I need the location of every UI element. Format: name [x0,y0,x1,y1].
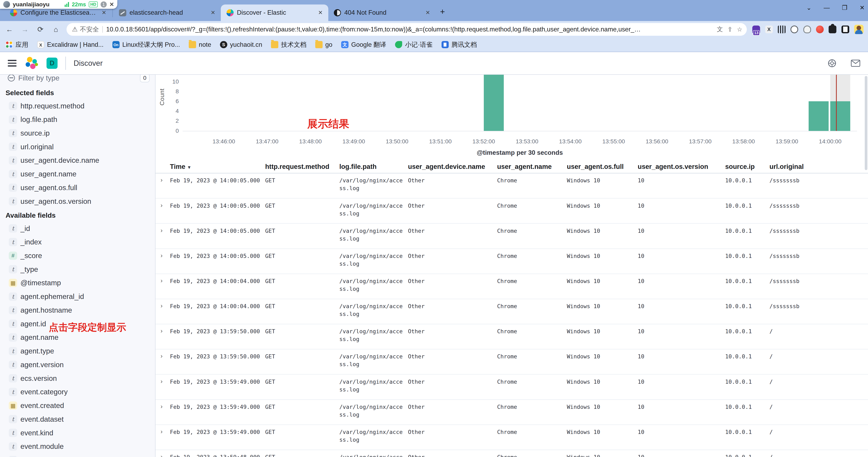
field-item[interactable]: log.file.path [0,113,155,126]
field-item[interactable]: agent.ephemeral_id [0,290,155,304]
field-item[interactable]: event.kind [0,426,155,440]
expand-row-icon[interactable]: › [161,378,170,385]
bookmark-item[interactable]: yuchaoit.cn [220,41,262,48]
histogram-bar[interactable] [484,75,504,131]
expand-row-icon[interactable]: › [161,177,170,183]
field-item[interactable]: event.dataset [0,412,155,426]
expand-row-icon[interactable]: › [161,252,170,259]
bookmark-item[interactable]: 技术文档 [271,40,307,49]
tab-404-not-found[interactable]: 404 Not Found ✕ [328,4,436,21]
space-avatar[interactable]: D [46,58,58,68]
field-item[interactable]: user_agent.os.full [0,181,155,195]
field-item[interactable]: url.original [0,140,155,153]
expand-row-icon[interactable]: › [161,353,170,360]
histogram-bar[interactable] [830,101,850,131]
bars-extension-icon[interactable] [778,26,785,33]
column-header[interactable]: user_agent.device.name [408,163,497,171]
field-item[interactable]: _index [0,235,155,249]
column-header[interactable]: http.request.method [265,163,339,171]
expand-row-icon[interactable]: › [161,277,170,284]
reload-icon[interactable]: ⟳ [35,25,45,33]
field-item[interactable]: _score [0,249,155,263]
home-icon[interactable]: ⌂ [51,25,61,33]
tab-close-icon[interactable]: ✕ [101,9,107,16]
expand-row-icon[interactable]: › [161,327,170,334]
field-item[interactable]: agent.type [0,344,155,358]
ghost-extension-icon[interactable]: 13 [752,26,760,33]
histogram-bar[interactable] [809,101,829,131]
field-item[interactable]: user_agent.name [0,167,155,181]
info-icon[interactable]: 1 [101,1,107,7]
help-lifering-icon[interactable] [828,59,836,67]
url-text[interactable]: 10.0.0.18:5601/app/discover#/?_g=(filter… [106,26,712,33]
expand-row-icon[interactable]: › [161,303,170,309]
translate-icon[interactable]: 文 [717,25,723,33]
column-header-time[interactable]: Time▼ [170,163,265,171]
expand-row-icon[interactable]: › [161,403,170,410]
field-item[interactable]: event.category [0,385,155,399]
field-item[interactable]: event.created [0,399,155,412]
bookmark-item[interactable]: Linux经课大纲 Pro... [113,40,180,49]
remote-control-overlay[interactable]: yuanlaijiaoyu 22ms HD 1 ✕ [0,0,117,9]
tab-close-icon[interactable]: ✕ [317,9,324,16]
mail-icon[interactable] [851,60,860,67]
column-header[interactable]: log.file.path [339,163,408,171]
plot-area[interactable] [183,75,857,131]
share-icon[interactable]: ⇪ [727,26,733,33]
expand-row-icon[interactable]: › [161,453,170,457]
security-chip[interactable]: ⚠ 不安全 [72,25,99,34]
field-item[interactable]: event.module [0,440,155,453]
field-item[interactable]: _id [0,222,155,235]
column-header[interactable]: user_agent.name [497,163,567,171]
bookmark-item[interactable]: 应用 [5,40,28,49]
tab-elasticsearch-head[interactable]: elasticsearch-head ✕ [114,4,221,21]
minimize-window-icon[interactable]: — [824,2,830,13]
red-ball-extension-icon[interactable] [816,26,824,33]
field-item[interactable]: event.outcome [0,453,155,457]
column-header[interactable]: user_agent.os.version [638,163,725,171]
field-item[interactable]: @timestamp [0,276,155,290]
elastic-logo[interactable] [24,56,39,70]
page-scrollbar[interactable] [865,76,868,170]
lightbulb-extension-icon[interactable] [803,26,811,33]
filter-by-type[interactable]: Filter by type 0 [0,75,155,86]
address-bar[interactable]: ⚠ 不安全 10.0.0.18:5601/app/discover#/?_g=(… [66,23,747,36]
close-window-icon[interactable]: ✕ [860,2,865,13]
new-tab-button[interactable]: + [440,7,445,17]
forward-icon[interactable]: → [20,25,30,33]
restore-window-icon[interactable]: ❐ [842,2,847,13]
field-item[interactable]: source.ip [0,126,155,140]
field-item[interactable]: http.request.method [0,99,155,113]
back-icon[interactable]: ← [4,25,14,33]
tab-close-icon[interactable]: ✕ [425,9,431,16]
bookmark-item[interactable]: go [315,41,332,48]
field-item[interactable]: agent.version [0,358,155,371]
column-header[interactable]: url.original [770,163,868,171]
extensions-puzzle-icon[interactable] [829,26,836,33]
field-item[interactable]: user_agent.device.name [0,153,155,167]
hd-quality-badge[interactable]: HD [89,1,98,7]
profile-avatar[interactable] [854,25,864,34]
expand-row-icon[interactable]: › [161,428,170,435]
expand-row-icon[interactable]: › [161,202,170,209]
field-item[interactable]: agent.hostname [0,304,155,317]
column-header[interactable]: source.ip [725,163,770,171]
bookmark-item[interactable]: 腾讯文档 [441,40,477,49]
column-header[interactable]: user_agent.os.full [567,163,638,171]
tab-close-icon[interactable]: ✕ [210,9,216,16]
menu-hamburger-icon[interactable] [8,60,17,66]
tab-discover-elastic[interactable]: Discover - Elastic ✕ [221,4,328,21]
excalidraw-extension-icon[interactable]: X [765,26,773,33]
bookmark-item[interactable]: 小记·语雀 [395,40,433,49]
bookmark-star-icon[interactable]: ☆ [737,26,743,33]
expand-row-icon[interactable]: › [161,227,170,234]
circle-extension-icon[interactable] [790,26,798,33]
field-item[interactable]: user_agent.os.version [0,194,155,208]
sort-desc-icon[interactable]: ▼ [187,165,191,170]
bookmark-item[interactable]: Excalidraw | Hand... [37,41,104,48]
bookmark-item[interactable]: Google 翻译 [341,40,386,49]
bookmark-item[interactable]: note [189,41,211,48]
tab-search-chevron-icon[interactable]: ⌄ [806,2,811,13]
field-item[interactable]: _type [0,262,155,276]
overlay-close-icon[interactable]: ✕ [110,1,114,8]
